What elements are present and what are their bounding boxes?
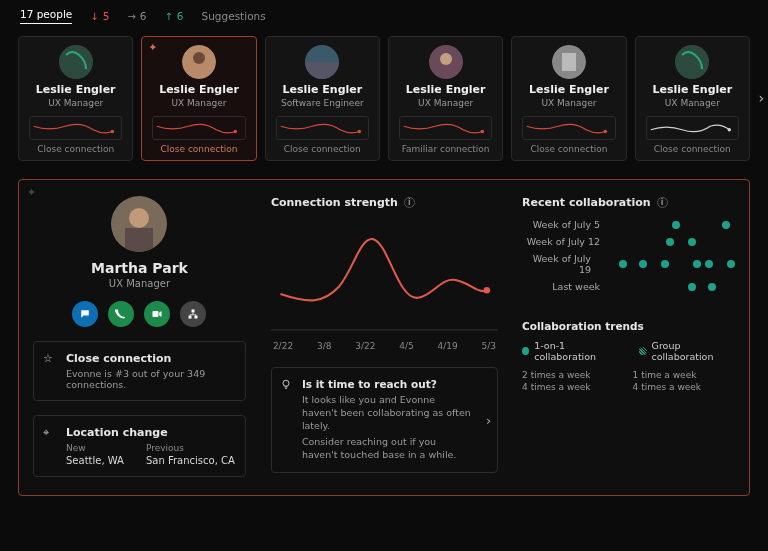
tip-next-arrow[interactable]: ›: [486, 413, 491, 428]
bulb-icon: [280, 378, 292, 393]
connection-label: Close connection: [25, 144, 126, 154]
svg-rect-19: [153, 311, 159, 317]
svg-rect-20: [192, 310, 195, 313]
close-title: Close connection: [66, 352, 235, 365]
connection-label: Close connection: [642, 144, 743, 154]
recent-heading: Recent collaboration i: [522, 196, 735, 209]
info-icon[interactable]: i: [404, 197, 415, 208]
info-icon[interactable]: i: [657, 197, 668, 208]
svg-rect-18: [125, 228, 153, 252]
person-role: UX Manager: [518, 98, 619, 108]
svg-point-0: [59, 45, 93, 79]
location-icon: ⌖: [43, 426, 49, 439]
person-name: Leslie Engler: [395, 83, 496, 96]
legend-one: 1-on-1 collaboration: [522, 340, 619, 362]
tab-suggestions[interactable]: Suggestions: [202, 10, 266, 22]
location-title: Location change: [66, 426, 235, 439]
chat-button[interactable]: [72, 301, 98, 327]
person-card[interactable]: Leslie Engler UX Manager Close connectio…: [635, 36, 750, 161]
person-card[interactable]: Leslie Engler Software Engineer Close co…: [265, 36, 380, 161]
avatar: [305, 45, 339, 79]
svg-point-9: [440, 53, 452, 65]
location-box: ⌖ Location change New Seattle, WA Previo…: [33, 415, 246, 477]
avatar: [182, 45, 216, 79]
filter-tabs: 17 people ↓5 →6 ↑6 Suggestions: [0, 0, 768, 30]
avatar: [675, 45, 709, 79]
svg-point-3: [193, 52, 205, 64]
person-role: UX Manager: [148, 98, 249, 108]
call-button[interactable]: [108, 301, 134, 327]
recent-row: Week of July 12: [522, 236, 735, 247]
tip-p1: It looks like you and Evonne haven't bee…: [302, 394, 473, 432]
svg-rect-6: [305, 62, 339, 79]
pin-icon[interactable]: ✦: [27, 186, 36, 199]
video-button[interactable]: [144, 301, 170, 327]
avatar: [552, 45, 586, 79]
tip-p2: Consider reaching out if you haven't tou…: [302, 436, 473, 462]
avatar: [59, 45, 93, 79]
recent-dots: Week of July 5 Week of July 12 Week of J…: [522, 219, 735, 292]
close-sub: Evonne is #3 out of your 349 connections…: [66, 368, 235, 390]
one-on-one-vals: 2 times a week 4 times a week: [522, 368, 591, 392]
connection-label: Close connection: [148, 144, 249, 154]
profile-avatar: [111, 196, 167, 252]
sparkle-icon: ✦: [148, 41, 157, 54]
reach-out-tip: Is it time to reach out? It looks like y…: [271, 367, 498, 473]
person-card[interactable]: Leslie Engler UX Manager Close connectio…: [511, 36, 626, 161]
person-card[interactable]: Leslie Engler UX Manager Familiar connec…: [388, 36, 503, 161]
location-new-h: New: [66, 443, 124, 453]
svg-point-10: [481, 130, 484, 133]
arrow-down-icon: ↓: [90, 11, 98, 22]
action-buttons: [72, 301, 206, 327]
trends-heading: Collaboration trends: [522, 320, 735, 332]
avatar: [429, 45, 463, 79]
person-name: Leslie Engler: [148, 83, 249, 96]
person-role: UX Manager: [25, 98, 126, 108]
person-name: Leslie Engler: [518, 83, 619, 96]
next-arrow[interactable]: ›: [758, 90, 764, 106]
svg-rect-22: [195, 316, 198, 319]
connection-label: Close connection: [272, 144, 373, 154]
svg-point-1: [111, 130, 114, 133]
sparkline: [276, 116, 369, 140]
trends-legend: 1-on-1 collaboration Group collaboration: [522, 340, 735, 362]
recent-row: Week of July 5: [522, 219, 735, 230]
connection-label: Familiar connection: [395, 144, 496, 154]
tab-rising[interactable]: ↑6: [164, 10, 183, 22]
person-card[interactable]: Leslie Engler UX Manager Close connectio…: [18, 36, 133, 161]
tab-declining[interactable]: ↓5: [90, 10, 109, 22]
person-name: Leslie Engler: [272, 83, 373, 96]
tip-title: Is it time to reach out?: [302, 378, 473, 390]
person-role: Software Engineer: [272, 98, 373, 108]
sparkline: [399, 116, 492, 140]
people-row: Leslie Engler UX Manager Close connectio…: [0, 30, 768, 165]
svg-point-17: [129, 208, 149, 228]
svg-point-7: [357, 130, 360, 133]
strength-column: Connection strength i 2/22 3/8 3/22 4/5 …: [260, 180, 508, 495]
svg-point-13: [604, 130, 607, 133]
tab-flat[interactable]: →6: [127, 10, 146, 22]
person-name: Leslie Engler: [642, 83, 743, 96]
org-button[interactable]: [180, 301, 206, 327]
svg-point-15: [727, 128, 730, 131]
profile-column: Martha Park UX Manager ☆ Close connectio…: [19, 180, 260, 495]
recent-column: Recent collaboration i Week of July 5 We…: [508, 180, 749, 495]
strength-chart: [271, 217, 498, 337]
person-role: UX Manager: [642, 98, 743, 108]
sparkline: [152, 116, 245, 140]
svg-point-4: [234, 130, 237, 133]
svg-point-25: [283, 380, 289, 386]
person-role: UX Manager: [395, 98, 496, 108]
recent-row: Week of July 19: [522, 253, 735, 275]
close-connection-box: ☆ Close connection Evonne is #3 out of y…: [33, 341, 246, 401]
tab-people[interactable]: 17 people: [20, 8, 72, 24]
x-axis: 2/22 3/8 3/22 4/5 4/19 5/3: [271, 341, 498, 351]
person-card-selected[interactable]: ✦ Leslie Engler UX Manager Close connect…: [141, 36, 256, 161]
sparkline: [29, 116, 122, 140]
location-prev-h: Previous: [146, 443, 235, 453]
sparkline: [522, 116, 615, 140]
location-prev-v: San Francisco, CA: [146, 455, 235, 466]
svg-point-14: [675, 45, 709, 79]
sparkline: [646, 116, 739, 140]
star-icon: ☆: [43, 352, 53, 365]
